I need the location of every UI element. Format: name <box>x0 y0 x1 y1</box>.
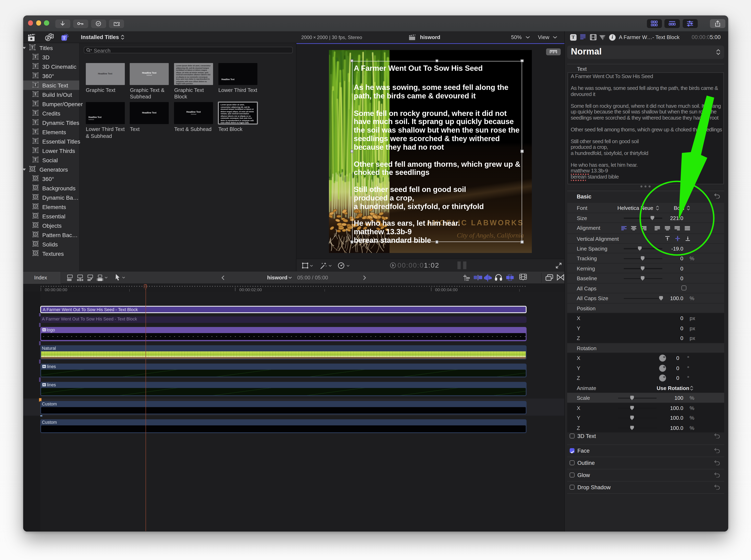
svg-text:T: T <box>63 35 66 40</box>
